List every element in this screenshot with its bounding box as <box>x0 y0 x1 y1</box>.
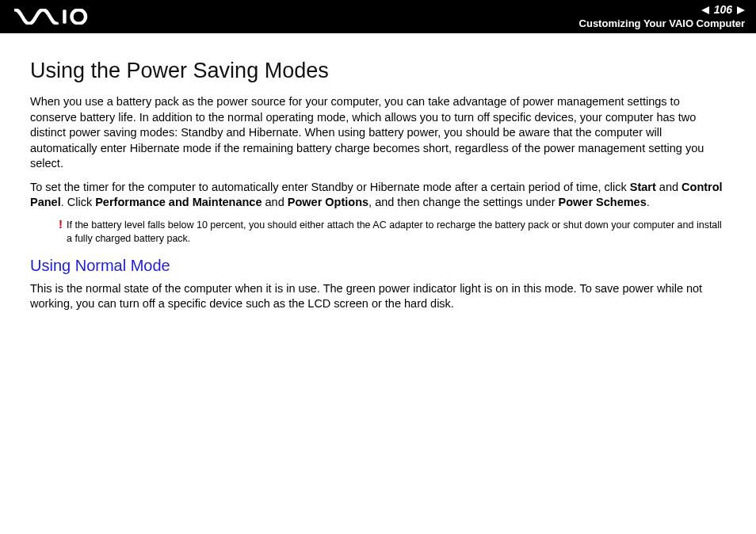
page-number: 106 <box>714 3 732 17</box>
text-run: and <box>656 181 682 193</box>
text-bold-perfmaint: Performance and Maintenance <box>95 196 262 208</box>
page-title: Using the Power Saving Modes <box>30 59 729 83</box>
page-nav: 106 <box>579 3 745 17</box>
page-content: Using the Power Saving Modes When you us… <box>0 33 756 312</box>
svg-rect-0 <box>63 10 66 24</box>
text-bold-powerschemes: Power Schemes <box>559 196 647 208</box>
warning-text: If the battery level falls below 10 perc… <box>67 219 729 246</box>
paragraph-normal-mode: This is the normal state of the computer… <box>30 281 729 312</box>
text-run: . Click <box>61 196 96 208</box>
header-right: 106 Customizing Your VAIO Computer <box>579 3 745 29</box>
next-page-arrow-icon[interactable] <box>737 6 745 14</box>
text-bold-start: Start <box>630 181 656 193</box>
text-run: To set the timer for the computer to aut… <box>30 181 630 193</box>
subheading-normal-mode: Using Normal Mode <box>30 257 729 275</box>
header-section-title: Customizing Your VAIO Computer <box>579 17 745 30</box>
text-bold-poweroptions: Power Options <box>288 196 368 208</box>
warning-icon: ! <box>59 218 67 246</box>
vaio-logo <box>14 8 104 25</box>
page-header: 106 Customizing Your VAIO Computer <box>0 0 756 33</box>
text-run: and <box>262 196 288 208</box>
paragraph-instructions: To set the timer for the computer to aut… <box>30 180 729 211</box>
svg-point-1 <box>72 10 86 24</box>
paragraph-intro: When you use a battery pack as the power… <box>30 94 729 172</box>
prev-page-arrow-icon[interactable] <box>701 6 709 14</box>
warning-note: ! If the battery level falls below 10 pe… <box>59 219 729 246</box>
text-run: , and then change the settings under <box>368 196 558 208</box>
text-run: . <box>647 196 650 208</box>
